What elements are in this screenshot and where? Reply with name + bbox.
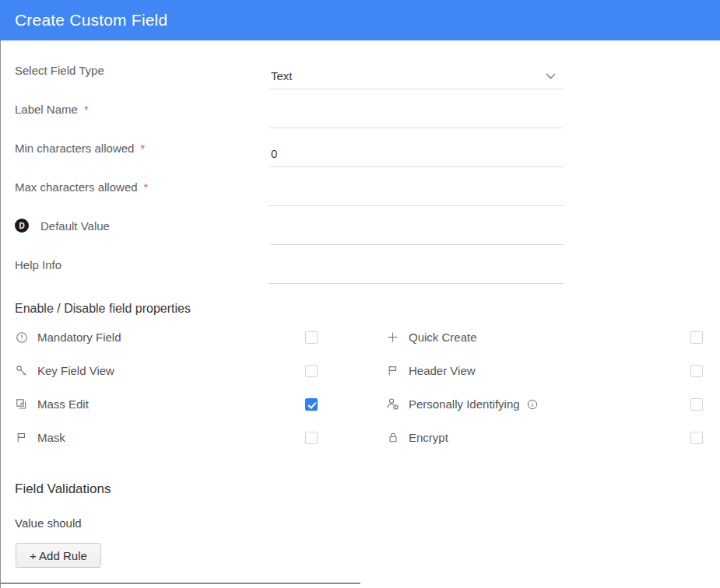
default-value-label: D Default Value	[15, 219, 269, 233]
create-custom-field-dialog: Create Custom Field Select Field Type Te…	[0, 0, 720, 588]
property-mask: Mask	[15, 421, 318, 454]
key-icon	[15, 365, 28, 376]
panel-bottom-edge	[1, 583, 360, 584]
property-header-view: Header View	[386, 354, 703, 387]
max-chars-input[interactable]	[269, 180, 564, 206]
help-info-row: Help Info	[1, 245, 720, 284]
label-name-label: Label Name *	[15, 103, 269, 116]
flag-icon	[386, 365, 399, 376]
flag-icon	[15, 432, 28, 443]
min-chars-row: Min characters allowed * 0	[1, 128, 720, 167]
mandatory-field-checkbox[interactable]	[305, 331, 318, 344]
exclamation-circle-icon	[15, 331, 28, 344]
default-value-icon: D	[15, 219, 29, 233]
plus-icon	[386, 331, 399, 343]
property-quick-create: Quick Create	[386, 320, 703, 354]
properties-grid: Mandatory Field Quick Create	[1, 320, 720, 454]
label-name-input[interactable]	[269, 102, 564, 128]
field-type-value: Text	[271, 69, 293, 82]
min-chars-input[interactable]: 0	[269, 141, 564, 167]
chevron-down-icon	[546, 73, 556, 79]
label-name-row: Label Name *	[1, 89, 720, 128]
max-chars-label: Max characters allowed *	[15, 180, 269, 194]
default-value-row: D Default Value	[1, 206, 720, 245]
help-info-label: Help Info	[15, 258, 269, 271]
property-encrypt: Encrypt	[386, 421, 703, 454]
default-value-input[interactable]	[269, 219, 564, 245]
property-personally-identifying: Personally Identifying	[386, 387, 703, 421]
field-type-label: Select Field Type	[15, 64, 269, 77]
value-should-label: Value should	[1, 516, 720, 530]
dialog-body: Select Field Type Text Label Name * Min …	[0, 40, 720, 588]
dialog-header: Create Custom Field	[0, 0, 720, 40]
add-rule-button[interactable]: + Add Rule	[16, 543, 101, 568]
properties-section-heading: Enable / Disable field properties	[1, 302, 720, 316]
min-chars-label: Min characters allowed *	[15, 142, 269, 155]
quick-create-checkbox[interactable]	[690, 331, 703, 344]
mass-edit-icon	[15, 398, 28, 411]
header-view-checkbox[interactable]	[690, 365, 703, 377]
max-chars-row: Max characters allowed *	[1, 167, 720, 206]
property-key-field-view: Key Field View	[15, 354, 318, 387]
required-asterisk: *	[84, 103, 89, 116]
key-field-view-checkbox[interactable]	[305, 365, 318, 377]
property-mass-edit: Mass Edit	[15, 387, 318, 421]
field-type-row: Select Field Type Text	[1, 51, 720, 89]
encrypt-checkbox[interactable]	[690, 432, 703, 444]
person-alert-icon	[386, 397, 399, 411]
mass-edit-checkbox[interactable]	[305, 398, 318, 411]
required-asterisk: *	[140, 142, 145, 155]
personally-identifying-checkbox[interactable]	[690, 398, 703, 411]
help-info-input[interactable]	[269, 257, 564, 284]
field-type-select[interactable]: Text	[269, 63, 564, 89]
dialog-title: Create Custom Field	[15, 11, 167, 30]
property-mandatory-field: Mandatory Field	[15, 320, 318, 354]
info-circle-icon[interactable]	[527, 399, 538, 410]
mask-checkbox[interactable]	[305, 432, 318, 444]
lock-icon	[386, 432, 399, 443]
validations-section-heading: Field Validations	[1, 481, 720, 497]
required-asterisk: *	[144, 180, 149, 194]
